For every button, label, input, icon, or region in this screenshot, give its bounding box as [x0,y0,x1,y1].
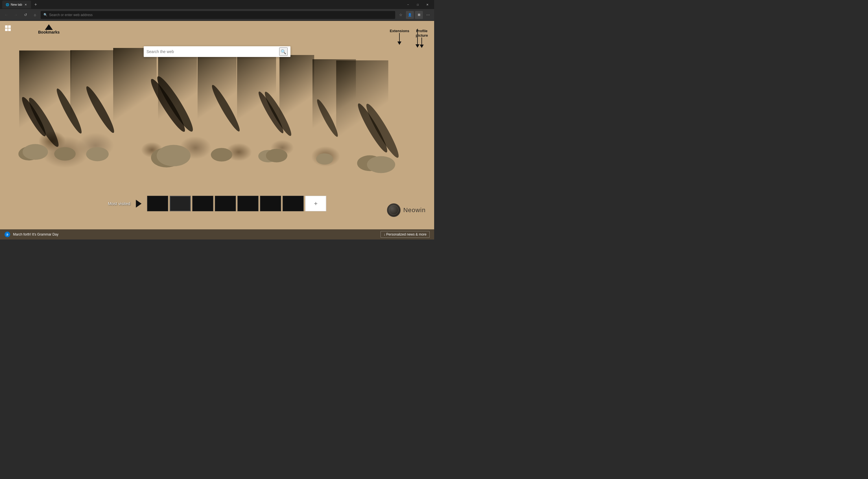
tile-6[interactable] [260,196,281,211]
new-tab-page: Bookmarks Extensions Profilepicture 🔍 Mo… [0,21,434,240]
add-tile-button[interactable]: + [305,196,326,211]
search-magnifier-icon: 🔍 [281,49,286,55]
search-input[interactable] [147,50,277,54]
tile-5[interactable] [238,196,258,211]
neowin-text: Neowin [403,206,426,214]
most-visited-label: Most visited [108,201,130,206]
tile-3[interactable] [192,196,213,211]
title-bar-left: 🌐 New tab ✕ + [2,1,39,8]
tile-1[interactable] [147,196,168,211]
back-button[interactable]: ← [2,11,10,19]
personalized-news-label: ↓ Personalized news & more [383,232,427,236]
bing-info: b March forth! It's Grammar Day [4,232,58,237]
neowin-watermark: Neowin [387,203,426,217]
extensions-button[interactable]: ⊞ [415,11,423,19]
most-visited-section: Most visited + [108,196,326,211]
close-button[interactable]: ✕ [423,1,432,8]
search-icon: 🔍 [43,13,48,17]
neowin-globe-icon [387,203,401,217]
address-input[interactable] [49,13,392,17]
profile-button[interactable]: 👤 [406,11,414,19]
minimize-button[interactable]: − [404,1,413,8]
search-box[interactable]: 🔍 [144,46,290,57]
personalized-news-button[interactable]: ↓ Personalized news & more [380,231,430,238]
bing-logo-icon: b [4,232,10,237]
home-button[interactable]: ⌂ [31,11,39,19]
windows-start-button[interactable] [4,24,12,32]
tile-2[interactable] [170,196,191,211]
new-tab-button[interactable]: + [32,1,39,8]
tab-title: New tab [11,3,22,6]
address-bar: ← → ↺ ⌂ 🔍 ☆ 👤 ⊞ ⋯ [0,9,434,21]
tile-7[interactable] [283,196,304,211]
most-visited-arrow-icon [136,200,142,207]
settings-button[interactable]: ⋯ [424,11,432,19]
most-visited-tiles: + [147,196,326,211]
address-bar-input-wrap[interactable]: 🔍 [41,11,395,19]
window-controls: − □ ✕ [404,1,432,8]
maximize-button[interactable]: □ [413,1,422,8]
tab-favicon: 🌐 [6,3,9,6]
forward-button[interactable]: → [12,11,20,19]
title-bar: 🌐 New tab ✕ + − □ ✕ [0,0,434,9]
profile-icon: 👤 [408,13,412,17]
refresh-button[interactable]: ↺ [22,11,29,19]
extensions-icon: ⊞ [418,13,420,17]
bottom-bar: b March forth! It's Grammar Day ↓ Person… [0,229,434,240]
active-tab[interactable]: 🌐 New tab ✕ [2,1,31,8]
search-button[interactable]: 🔍 [279,47,288,56]
bing-caption: March forth! It's Grammar Day [13,232,58,236]
favorites-button[interactable]: ☆ [397,11,405,19]
search-container: 🔍 [144,46,290,57]
windows-icon [5,25,11,31]
tab-close-button[interactable]: ✕ [24,3,28,6]
tile-4[interactable] [215,196,236,211]
toolbar-right: ☆ 👤 ⊞ ⋯ [397,11,432,19]
